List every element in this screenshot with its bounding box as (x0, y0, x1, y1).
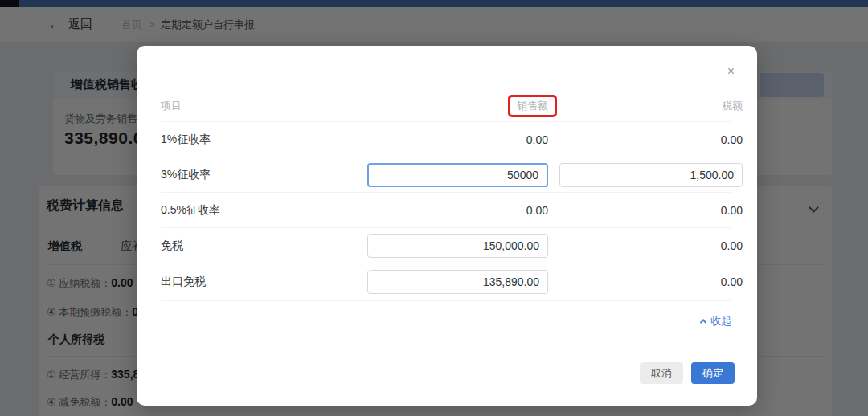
tax-value: 0.00 (559, 133, 743, 146)
collapse-link[interactable]: 收起 (701, 314, 731, 328)
sales-input-3pct[interactable] (367, 163, 548, 187)
tax-value: 0.00 (559, 204, 743, 217)
collapse-label: 收起 (710, 314, 731, 328)
sales-value: 0.00 (367, 133, 548, 146)
tax-value: 0.00 (559, 239, 743, 252)
tax-input-3pct[interactable] (559, 163, 743, 187)
column-header-item: 项目 (161, 99, 356, 113)
table-row: 1%征收率 0.00 0.00 (161, 122, 731, 157)
confirm-button[interactable]: 确定 (691, 362, 735, 384)
sales-value: 0.00 (367, 204, 548, 217)
sales-detail-dialog: × 项目 销售额 税额 1%征收率 0.00 0.00 3%征收率 0.5%征收… (137, 46, 757, 406)
dialog-footer: 取消 确定 (161, 362, 735, 384)
close-icon[interactable]: × (727, 65, 735, 78)
sales-input-exempt[interactable] (367, 234, 548, 258)
table-row: 0.5%征收率 0.00 0.00 (161, 193, 731, 228)
cancel-button[interactable]: 取消 (640, 362, 683, 384)
table-row: 出口免税 0.00 (161, 263, 731, 301)
chevron-up-icon (700, 319, 706, 325)
table-header-row: 项目 销售额 税额 (161, 91, 731, 122)
red-annotation-box: 销售额 (508, 95, 557, 117)
row-label: 出口免税 (161, 275, 356, 289)
row-label: 1%征收率 (161, 133, 356, 147)
collapse-row: 收起 (161, 312, 731, 330)
row-label: 3%征收率 (161, 168, 356, 182)
sales-input-export-exempt[interactable] (367, 270, 548, 294)
tax-value: 0.00 (559, 275, 743, 288)
column-header-tax: 税额 (559, 99, 743, 113)
sales-table: 项目 销售额 税额 1%征收率 0.00 0.00 3%征收率 0.5%征收率 … (161, 91, 731, 301)
table-row: 免税 0.00 (161, 228, 731, 263)
column-header-sales: 销售额 (367, 95, 548, 117)
row-label: 0.5%征收率 (161, 203, 356, 218)
table-row: 3%征收率 (161, 157, 731, 193)
screen: ← 返回 首页 > 定期定额户自行申报 增值税销售收 货物及劳务销售 335,8… (0, 0, 868, 416)
row-label: 免税 (161, 239, 356, 253)
